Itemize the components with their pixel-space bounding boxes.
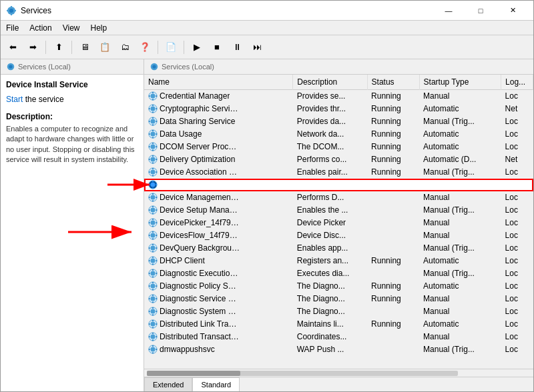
col-description[interactable]: Description (293, 75, 367, 90)
tab-extended[interactable]: Extended (144, 377, 192, 391)
table-row[interactable]: Delivery OptimizationPerforms co...Runni… (144, 153, 533, 166)
table-row[interactable]: Diagnostic System HostThe Diagno...Manua… (144, 305, 533, 318)
table-row[interactable]: DevicePicker_14f7932eDevice PickerManual… (144, 217, 533, 229)
service-log-cell: Loc (501, 255, 533, 267)
service-log-cell: Loc (501, 280, 533, 293)
service-status-cell (367, 267, 419, 280)
table-row[interactable]: Device Setup ManagerEnables the ...Manua… (144, 204, 533, 217)
service-log-cell: Loc (501, 343, 533, 356)
svg-point-31 (151, 208, 156, 213)
minimize-button[interactable]: — (433, 1, 464, 21)
main-content: Services (Local) Device Install Service … (1, 59, 533, 391)
svg-point-19 (151, 132, 156, 137)
restart-button[interactable]: ⏭ (248, 38, 266, 57)
table-row[interactable]: DCOM Server Process Laun...The DCOM...Ru… (144, 141, 533, 153)
service-name-cell: Diagnostic Service Host (144, 293, 244, 305)
table-row[interactable]: Credential ManagerProvides se...RunningM… (144, 90, 533, 103)
service-log-cell: Net (501, 103, 533, 115)
scrollbar-track[interactable] (147, 371, 458, 376)
table-row[interactable]: dmwappushsvcWAP Push ...Manual (Trig...L… (144, 343, 533, 356)
right-panel: Services (Local) Name Description Status… (144, 59, 533, 391)
table-row[interactable]: Device Install ServiceEnables a c...Manu… (144, 179, 533, 191)
service-name-cell: Diagnostic Execution Service (144, 267, 244, 279)
service-name-cell: Device Management Enroll... (144, 191, 244, 203)
svg-point-37 (151, 246, 156, 251)
service-startup-cell: Automatic (419, 280, 501, 293)
table-row[interactable]: Device Management Enroll...Performs D...… (144, 191, 533, 204)
table-row[interactable]: DevicesFlow_14f7932eDevice Disc...Manual… (144, 229, 533, 242)
table-row[interactable]: Diagnostic Execution ServiceExecutes dia… (144, 267, 533, 280)
services-table-container[interactable]: Name Description Status Startup Type Log… (144, 75, 533, 369)
tab-standard[interactable]: Standard (192, 377, 240, 391)
table-row[interactable]: Diagnostic Policy ServiceThe Diagno...Ru… (144, 280, 533, 293)
play-button[interactable]: ▶ (188, 38, 206, 57)
help-button[interactable]: ❓ (136, 38, 154, 57)
service-name-cell: Diagnostic Policy Service (144, 280, 244, 292)
table-row[interactable]: DHCP ClientRegisters an...RunningAutomat… (144, 255, 533, 267)
table-row[interactable]: DevQuery Background Disc...Enables app..… (144, 242, 533, 255)
service-description-cell: Performs D... (293, 191, 367, 204)
col-name[interactable]: Name (144, 75, 293, 90)
show-hide-button[interactable]: 🖥 (75, 38, 94, 57)
stop-button[interactable]: ■ (208, 38, 226, 57)
toolbar-separator-3 (158, 41, 158, 54)
table-row[interactable]: Data Sharing ServiceProvides da...Runnin… (144, 115, 533, 128)
service-description-cell: Provides se... (293, 90, 367, 103)
service-log-cell: Loc (501, 115, 533, 128)
service-status-cell: Running (367, 115, 419, 128)
svg-point-51 (151, 335, 156, 339)
back-button[interactable]: ⬅ (3, 38, 22, 57)
col-log[interactable]: Log... (501, 75, 533, 90)
tree-button[interactable]: 📋 (95, 38, 114, 57)
map-button[interactable]: 🗂 (115, 38, 134, 57)
maximize-button[interactable]: □ (465, 1, 496, 21)
service-status-cell: Running (367, 153, 419, 166)
col-startup[interactable]: Startup Type (419, 75, 501, 90)
service-name-cell: Delivery Optimization (144, 153, 244, 165)
service-name-text: DCOM Server Process Laun... (160, 142, 240, 151)
service-startup-cell: Manual (419, 191, 501, 204)
service-status-cell: Running (367, 103, 419, 115)
up-button[interactable]: ⬆ (49, 38, 68, 57)
menu-help[interactable]: Help (85, 21, 113, 35)
table-row[interactable]: Distributed Transaction Coo...Coordinate… (144, 331, 533, 343)
svg-point-43 (151, 284, 156, 289)
service-log-cell: Loc (501, 128, 533, 141)
service-startup-cell: Manual (419, 293, 501, 305)
service-log-cell: Loc (501, 229, 533, 242)
menu-file[interactable]: File (1, 21, 24, 35)
menu-view[interactable]: View (57, 21, 85, 35)
service-status-cell (367, 179, 419, 191)
menu-action[interactable]: Action (24, 21, 57, 35)
svg-point-7 (9, 65, 12, 68)
svg-rect-5 (14, 10, 16, 11)
service-icon (148, 319, 158, 329)
export-button[interactable]: 📄 (162, 38, 180, 57)
table-row[interactable]: Distributed Link Tracking Cl...Maintains… (144, 318, 533, 331)
service-log-cell: Loc (501, 242, 533, 255)
start-link[interactable]: Start (6, 95, 23, 104)
service-status-cell: Running (367, 90, 419, 103)
table-row[interactable]: Diagnostic Service HostThe Diagno...Runn… (144, 293, 533, 305)
scrollbar-thumb[interactable] (147, 371, 240, 376)
app-icon (6, 5, 17, 16)
close-button[interactable]: ✕ (497, 1, 528, 21)
horizontal-scrollbar[interactable] (144, 369, 533, 377)
col-status[interactable]: Status (367, 75, 419, 90)
table-row[interactable]: Cryptographic ServicesProvides thr...Run… (144, 103, 533, 115)
table-row[interactable]: Device Association ServiceEnables pair..… (144, 166, 533, 179)
service-name-cell: DHCP Client (144, 255, 244, 267)
service-description-cell: Device Picker (293, 217, 367, 229)
svg-point-1 (9, 9, 13, 13)
description-label: Description: (6, 112, 138, 121)
service-description-cell: The Diagno... (293, 305, 367, 318)
pause-button[interactable]: ⏸ (228, 38, 246, 57)
forward-button[interactable]: ➡ (23, 38, 42, 57)
service-icon (148, 205, 158, 215)
table-row[interactable]: Data UsageNetwork da...RunningAutomaticL… (144, 128, 533, 141)
svg-point-35 (151, 233, 156, 238)
service-icon (148, 180, 158, 189)
service-status-cell (367, 204, 419, 217)
service-name-text: Device Install Service (160, 180, 240, 189)
service-name-text: Device Association Service (160, 167, 240, 177)
